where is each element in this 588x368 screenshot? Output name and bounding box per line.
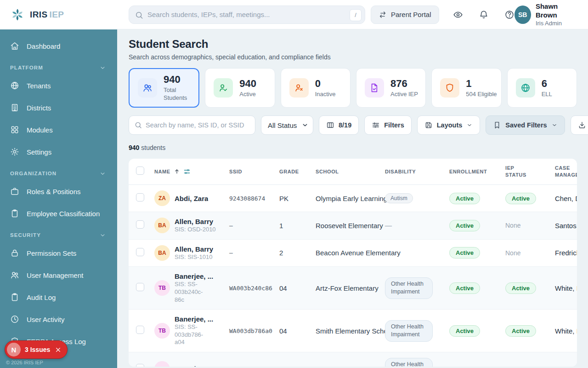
row-checkbox[interactable] [136, 193, 144, 201]
sidebar-item-districts[interactable]: Districts [0, 97, 117, 119]
stat-card-504-eligible[interactable]: 1504 Eligible [431, 68, 501, 108]
row-checkbox[interactable] [136, 248, 144, 256]
stat-value: 1 [466, 78, 497, 89]
layouts-button[interactable]: Layouts [417, 115, 481, 135]
table-row[interactable]: BAAllen, BarrySIS: OSD-2010–1Roosevelt E… [129, 212, 577, 240]
column-header-ssid[interactable]: SSID [229, 168, 279, 175]
help-icon[interactable] [504, 10, 514, 20]
column-header-disability[interactable]: DISABILITY [385, 168, 449, 175]
issues-count-label: 3 Issues [25, 346, 50, 353]
row-checkbox[interactable] [136, 220, 144, 229]
column-header-grade[interactable]: GRADE [279, 168, 316, 175]
row-checkbox[interactable] [136, 364, 144, 367]
iep-status-none: None [505, 222, 520, 229]
sidebar-item-user-activity[interactable]: User Activity [0, 308, 117, 330]
page-subtitle: Search across demographics, special educ… [129, 53, 577, 61]
gear-icon [10, 147, 19, 156]
global-search-input[interactable] [129, 6, 365, 23]
select-all-checkbox[interactable] [136, 167, 144, 175]
sidebar-item-audit-log[interactable]: Audit Log [0, 286, 117, 308]
shield-icon [445, 83, 455, 93]
stat-value: 6 [542, 78, 552, 89]
table-search [129, 115, 255, 135]
sidebar-item-roles-positions[interactable]: Roles & Positions [0, 180, 117, 202]
save-icon [424, 121, 433, 129]
table-row[interactable]: BAAllen, BarrySIS: SIS-1010–2Beacon Aven… [129, 240, 577, 267]
sidebar-item-label: Dashboard [27, 42, 60, 50]
stat-card-inactive[interactable]: 0Inactive [281, 68, 351, 108]
columns-button[interactable]: 8/19 [319, 115, 359, 135]
row-checkbox[interactable] [136, 283, 144, 291]
stat-card-active-iep[interactable]: 876Active IEP [356, 68, 426, 108]
sidebar-section-platform[interactable]: PLATFORM [0, 61, 117, 75]
student-name: Banerjee, ... [175, 315, 213, 323]
table-row[interactable]: TBBanerjee, ...SIS: SS- 003db786- a04WA0… [129, 310, 577, 352]
grade: 1 [279, 222, 316, 230]
column-header-school[interactable]: SCHOOL [316, 168, 385, 175]
bell-icon[interactable] [479, 10, 489, 20]
stat-icon-tile [138, 78, 157, 98]
keyboard-shortcut-badge: / [350, 9, 362, 21]
student-name: Allen, Barry [175, 218, 216, 225]
pinwheel-logo-icon [10, 7, 25, 22]
app-window: IRISIEP DashboardPLATFORMTenantsDistrict… [0, 0, 588, 368]
column-header-enrollment[interactable]: ENROLLMENT [449, 168, 505, 175]
grid-icon [10, 125, 19, 134]
student-name: Banerjee, ... [175, 365, 213, 367]
sidebar-item-label: Audit Log [27, 293, 56, 301]
sidebar-item-dashboard[interactable]: Dashboard [0, 35, 117, 57]
avatar: TB [154, 323, 170, 339]
avatar: BA [154, 245, 170, 261]
sidebar-item-label: User Management [27, 271, 83, 279]
stat-card-ell[interactable]: 6ELL [507, 68, 577, 108]
parent-portal-label: Parent Portal [391, 11, 431, 18]
sidebar-section-organization[interactable]: ORGANIZATION [0, 167, 117, 180]
close-icon[interactable] [55, 347, 61, 353]
table-search-input[interactable] [129, 116, 255, 134]
column-header-name[interactable]: NAME [154, 168, 229, 175]
status-filter: All Status [261, 115, 313, 135]
students-table: NAMESSIDGRADESCHOOLDISABILITYENROLLMENTI… [129, 159, 577, 367]
sidebar-item-settings[interactable]: Settings [0, 141, 117, 163]
table-row[interactable]: TBBanerjee, ...SIS: SS- 003b240c- 86cWA0… [129, 267, 577, 310]
export-button[interactable]: Export [571, 115, 588, 135]
arrow-up-icon [174, 168, 180, 175]
row-checkbox[interactable] [136, 326, 144, 334]
eye-icon[interactable] [453, 10, 463, 20]
sidebar-item-permission-sets[interactable]: Permission Sets [0, 242, 117, 264]
ssid: WA003b240c86 [229, 285, 279, 292]
student-name: Abdi, Zara [175, 195, 208, 202]
sidebar-item-tenants[interactable]: Tenants [0, 75, 117, 97]
case-manager: Fredrick [555, 249, 577, 257]
avatar: BA [154, 218, 170, 233]
content-area: Student Search Search across demographic… [117, 29, 588, 368]
column-header-iep-status[interactable]: IEP STATUS [505, 165, 534, 178]
ssid: 9243088674 [229, 195, 279, 202]
saved-filters-button[interactable]: Saved Filters [486, 115, 565, 135]
app-logo[interactable]: IRISIEP [0, 0, 117, 29]
stat-icon-tile [214, 78, 233, 98]
table-row[interactable]: TBBanerjee, ...Other Health Impairment [129, 352, 577, 367]
sidebar-item-employee-classification[interactable]: Employee Classification [0, 202, 117, 224]
sidebar-section-security[interactable]: SECURITY [0, 228, 117, 242]
dev-issues-badge[interactable]: N 3 Issues [5, 340, 68, 359]
sidebar-item-modules[interactable]: Modules [0, 119, 117, 141]
table-row[interactable]: ZAAbdi, Zara9243088674PKOlympia Early Le… [129, 185, 577, 212]
column-header-case-manager[interactable]: CASE MANAGER [555, 165, 577, 178]
sis-id: SIS: SS- 003db786- a04 [175, 323, 213, 346]
filters-button[interactable]: Filters [364, 115, 412, 135]
sidebar-item-label: Employee Classification [27, 210, 100, 218]
sidebar-section-label: SECURITY [10, 232, 41, 238]
status-filter-select[interactable]: All Status [261, 115, 313, 135]
sidebar-item-user-management[interactable]: User Management [0, 264, 117, 286]
parent-portal-button[interactable]: Parent Portal [371, 6, 439, 24]
stat-card-total-students[interactable]: 940Total Students [129, 68, 199, 108]
user-name: Shawn Brown [536, 2, 577, 20]
case-manager: White, L [555, 284, 577, 292]
users-icon [142, 83, 153, 93]
disability-badge: Other Health Impairment [385, 358, 433, 367]
user-menu[interactable]: SB Shawn Brown Iris Admin [514, 2, 577, 27]
stat-card-active[interactable]: 940Active [205, 68, 275, 108]
disability-empty: — [385, 221, 392, 229]
briefcase-icon [10, 187, 19, 196]
